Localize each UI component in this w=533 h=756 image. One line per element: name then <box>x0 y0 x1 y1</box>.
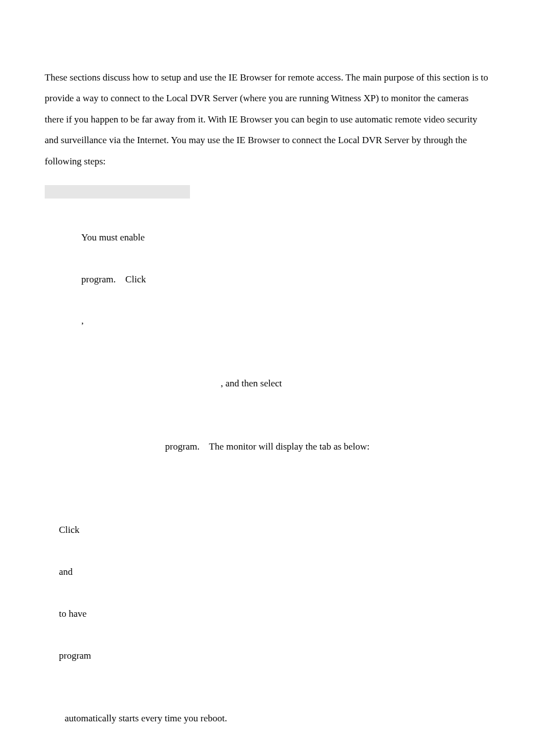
text: automatically starts every time you rebo… <box>63 713 227 724</box>
text: Click <box>59 525 80 535</box>
intro-paragraph: These sections discuss how to setup and … <box>45 67 488 172</box>
text: , and then select <box>221 378 282 389</box>
section-heading-local <box>45 185 190 199</box>
text: to have <box>59 608 87 619</box>
local-steps: You must enable program. Click , , and t… <box>45 206 488 756</box>
text: and <box>59 566 73 577</box>
text: program <box>59 650 92 661</box>
text: You must enable <box>82 232 145 243</box>
text: , <box>82 315 84 326</box>
text: program. The monitor will display the ta… <box>165 441 370 452</box>
text: program. Click <box>82 274 146 285</box>
